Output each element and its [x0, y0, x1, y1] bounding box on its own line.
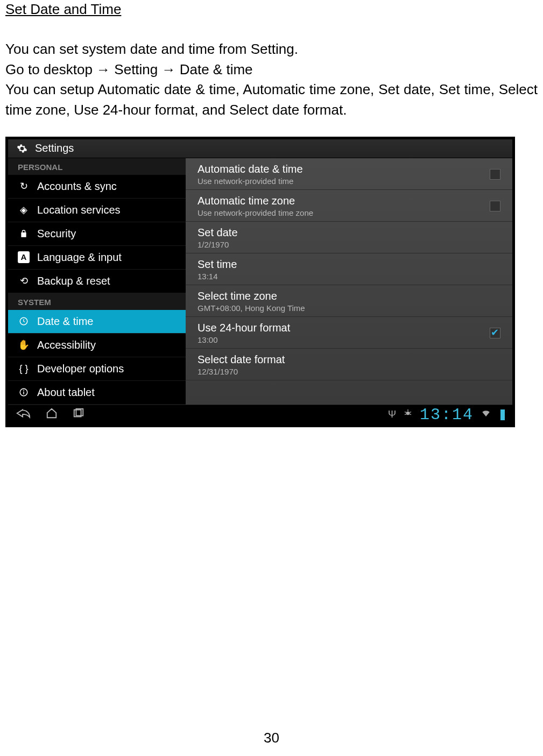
usb-icon: Ψ: [388, 409, 396, 420]
sidebar-item-backup[interactable]: ⟲ Backup & reset: [8, 270, 186, 293]
sidebar-item-about[interactable]: About tablet: [8, 381, 186, 405]
back-icon[interactable]: [16, 407, 31, 422]
svg-line-9: [410, 412, 411, 413]
setting-title: Use 24-hour format: [198, 322, 290, 334]
svg-point-3: [23, 390, 24, 391]
settings-screenshot: Settings PERSONAL ↻ Accounts & sync ◈ Lo…: [5, 137, 515, 427]
sidebar-item-label: Accounts & sync: [37, 180, 117, 193]
hand-icon: ✋: [16, 339, 32, 351]
setting-title: Automatic time zone: [198, 195, 313, 207]
setting-title: Select time zone: [198, 290, 305, 302]
sidebar-item-label: Accessibility: [37, 339, 96, 351]
paragraph-nav-path: Go to desktop → Setting → Date & time: [5, 60, 538, 80]
svg-line-11: [410, 414, 411, 415]
location-icon: ◈: [16, 204, 32, 216]
language-icon: A: [16, 251, 32, 263]
paragraph-intro: You can set system date and time from Se…: [5, 39, 538, 60]
setting-auto-date-time[interactable]: Automatic date & time Use network-provid…: [186, 158, 512, 190]
navbar-clock: 13:14: [420, 406, 474, 424]
recent-apps-icon[interactable]: [73, 407, 84, 422]
paragraph-description: You can setup Automatic date & time, Aut…: [5, 80, 538, 120]
clock-icon: [16, 316, 32, 326]
svg-line-8: [405, 412, 406, 413]
lock-icon: [16, 229, 32, 238]
setting-set-time[interactable]: Set time 13:14: [186, 253, 512, 285]
setting-subtitle: Use network-provided time zone: [198, 208, 313, 217]
svg-line-10: [405, 414, 406, 415]
setting-select-time-zone[interactable]: Select time zone GMT+08:00, Hong Kong Ti…: [186, 285, 512, 317]
battery-icon: [500, 409, 505, 420]
setting-select-date-format[interactable]: Select date format 12/31/1970: [186, 349, 512, 380]
svg-point-6: [406, 412, 410, 415]
checkbox-auto-time-zone[interactable]: [490, 201, 500, 211]
setting-subtitle: 13:14: [198, 272, 237, 281]
setting-title: Automatic date & time: [198, 163, 303, 175]
system-navbar: Ψ 13:14: [8, 405, 512, 425]
page-number: 30: [0, 730, 543, 746]
checkbox-auto-date-time[interactable]: [490, 169, 500, 180]
settings-icon: [16, 142, 29, 155]
setting-auto-time-zone[interactable]: Automatic time zone Use network-provided…: [186, 190, 512, 222]
sidebar-item-label: Date & time: [37, 315, 93, 328]
setting-title: Set time: [198, 258, 237, 271]
braces-icon: { }: [16, 363, 32, 375]
app-bar: Settings: [8, 139, 512, 158]
sidebar-item-label: About tablet: [37, 386, 95, 399]
sidebar-item-label: Backup & reset: [37, 275, 110, 287]
setting-title: Select date format: [198, 354, 285, 366]
setting-subtitle: 12/31/1970: [198, 367, 285, 376]
section-heading: Set Date and Time: [5, 1, 538, 18]
setting-subtitle: GMT+08:00, Hong Kong Time: [198, 303, 305, 313]
settings-detail-pane: Automatic date & time Use network-provid…: [186, 158, 512, 405]
wifi-icon: [481, 408, 491, 421]
info-icon: [16, 387, 32, 397]
settings-body: PERSONAL ↻ Accounts & sync ◈ Location se…: [8, 158, 512, 405]
setting-title: Set date: [198, 227, 238, 239]
debug-icon: [404, 409, 412, 420]
home-icon[interactable]: [46, 407, 58, 422]
settings-sidebar: PERSONAL ↻ Accounts & sync ◈ Location se…: [8, 158, 186, 405]
app-title-label: Settings: [35, 142, 74, 154]
sidebar-item-location[interactable]: ◈ Location services: [8, 199, 186, 222]
sidebar-item-label: Language & input: [37, 251, 122, 264]
setting-subtitle: 1/2/1970: [198, 240, 238, 249]
sidebar-item-accounts-sync[interactable]: ↻ Accounts & sync: [8, 175, 186, 199]
setting-subtitle: 13:00: [198, 335, 290, 344]
sidebar-item-developer[interactable]: { } Developer options: [8, 357, 186, 381]
sync-icon: ↻: [16, 180, 32, 192]
setting-subtitle: Use network-provided time: [198, 176, 303, 186]
setting-set-date[interactable]: Set date 1/2/1970: [186, 222, 512, 253]
setting-24-hour-format[interactable]: Use 24-hour format 13:00: [186, 317, 512, 349]
sidebar-item-security[interactable]: Security: [8, 222, 186, 246]
checkbox-24-hour-format[interactable]: [490, 328, 500, 338]
backup-icon: ⟲: [16, 275, 32, 287]
sidebar-item-label: Security: [37, 228, 76, 240]
sidebar-header-personal: PERSONAL: [8, 158, 186, 175]
sidebar-item-language[interactable]: A Language & input: [8, 246, 186, 270]
sidebar-item-accessibility[interactable]: ✋ Accessibility: [8, 334, 186, 357]
sidebar-item-date-time[interactable]: Date & time: [8, 310, 186, 334]
sidebar-header-system: SYSTEM: [8, 293, 186, 310]
sidebar-item-label: Location services: [37, 204, 121, 216]
sidebar-item-label: Developer options: [37, 363, 124, 375]
